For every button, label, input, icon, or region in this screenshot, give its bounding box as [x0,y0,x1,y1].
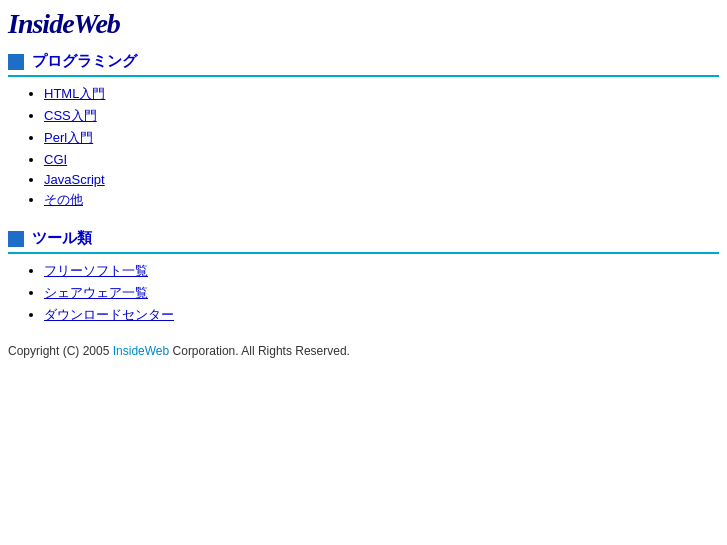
link-other[interactable]: その他 [44,192,83,207]
link-download[interactable]: ダウンロードセンター [44,307,174,322]
section-tools-icon [8,231,24,247]
footer: Copyright (C) 2005 InsideWeb Corporation… [8,344,719,358]
section-programming-header: プログラミング [8,52,719,77]
section-tools-list: フリーソフト一覧 シェアウェア一覧 ダウンロードセンター [8,262,719,324]
list-item: フリーソフト一覧 [44,262,719,280]
section-programming: プログラミング HTML入門 CSS入門 Perl入門 CGI JavaScri… [8,52,719,209]
list-item: CSS入門 [44,107,719,125]
link-html[interactable]: HTML入門 [44,86,105,101]
footer-text-after: Corporation. All Rights Reserved. [169,344,350,358]
footer-link[interactable]: InsideWeb [113,344,169,358]
section-tools: ツール類 フリーソフト一覧 シェアウェア一覧 ダウンロードセンター [8,229,719,324]
list-item: シェアウェア一覧 [44,284,719,302]
list-item: HTML入門 [44,85,719,103]
section-tools-title: ツール類 [32,229,92,248]
section-programming-icon [8,54,24,70]
list-item: JavaScript [44,171,719,187]
link-javascript[interactable]: JavaScript [44,172,105,187]
section-programming-list: HTML入門 CSS入門 Perl入門 CGI JavaScript その他 [8,85,719,209]
site-title-text: InsideWeb [8,8,120,39]
site-title: InsideWeb [8,8,719,40]
link-shareware[interactable]: シェアウェア一覧 [44,285,148,300]
footer-text-before: Copyright (C) 2005 [8,344,113,358]
list-item: CGI [44,151,719,167]
link-freeware[interactable]: フリーソフト一覧 [44,263,148,278]
link-css[interactable]: CSS入門 [44,108,97,123]
list-item: ダウンロードセンター [44,306,719,324]
link-perl[interactable]: Perl入門 [44,130,93,145]
link-cgi[interactable]: CGI [44,152,67,167]
list-item: その他 [44,191,719,209]
list-item: Perl入門 [44,129,719,147]
section-tools-header: ツール類 [8,229,719,254]
section-programming-title: プログラミング [32,52,137,71]
